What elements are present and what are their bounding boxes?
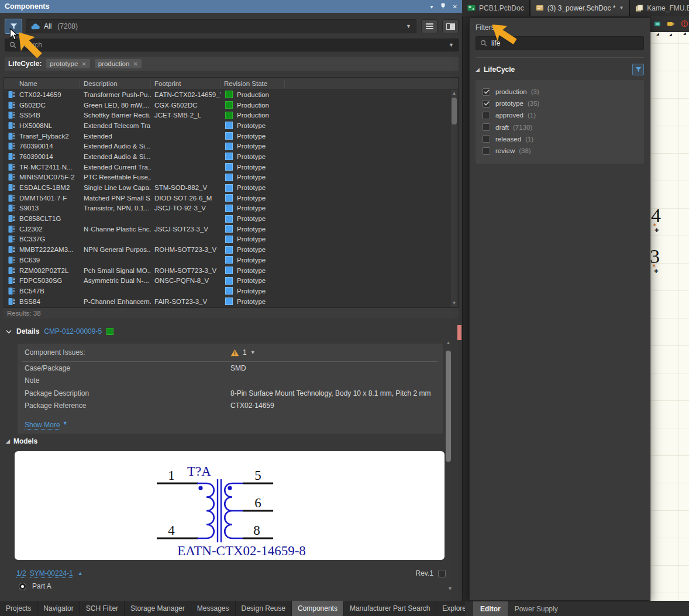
component-item-id-link[interactable]: CMP-012-00009-5 <box>44 327 102 335</box>
details-section-title[interactable]: Details <box>16 327 39 335</box>
checkbox-icon[interactable] <box>483 112 490 119</box>
revision-state-badge <box>225 267 233 274</box>
remove-chip-icon[interactable]: ✕ <box>81 61 86 67</box>
table-row[interactable]: ESDALC5-1BM2Single Line Low Capa...STM-S… <box>4 182 451 193</box>
remove-chip-icon[interactable]: ✕ <box>133 61 137 67</box>
panel-tab-sch-filter[interactable]: SCH Filter <box>80 601 125 616</box>
table-row[interactable]: RZM002P02T2LPch Small Signal MO...ROHM-S… <box>4 265 451 276</box>
editor-tab-power-supply[interactable]: Power Supply <box>508 601 565 616</box>
table-row[interactable]: BC639Prototype <box>4 255 451 265</box>
panel-tab-manufacturer-part-search[interactable]: Manufacturer Part Search <box>344 601 436 616</box>
table-row[interactable]: G502DCGreen LED, 80 mW,...CGX-G502DCProd… <box>4 100 451 110</box>
table-row[interactable]: S9013Transistor, NPN, 0.1...JSCJ-TO-92-3… <box>4 203 451 214</box>
filter-toggle-button[interactable] <box>5 19 22 34</box>
table-row[interactable]: Prototype <box>4 306 451 307</box>
panel-pin-icon[interactable] <box>440 3 446 10</box>
editor-tab-editor[interactable]: Editor <box>473 601 508 616</box>
lifecycle-filter-button[interactable] <box>632 64 644 75</box>
column-header-footprint[interactable]: Footprint <box>151 80 221 88</box>
checkbox-icon[interactable] <box>483 135 490 143</box>
panel-close-icon[interactable]: ✕ <box>453 4 457 10</box>
symbol-preview-card[interactable]: T?A 1 4 5 6 <box>15 451 445 560</box>
column-header-revision-state[interactable]: Revision State <box>221 80 285 88</box>
table-row[interactable]: BC337GPrototype <box>4 234 451 245</box>
revision-state-badge <box>225 101 233 109</box>
details-scroll-down-icon[interactable]: ▼ <box>447 586 453 591</box>
table-row[interactable]: TR-MCT2411-N...Extended Current Tra...Pr… <box>4 162 451 172</box>
filter-option[interactable]: review(38) <box>476 145 644 157</box>
symbol-name-link[interactable]: SYM-00224-1 <box>30 569 73 578</box>
category-dropdown[interactable]: All (7208) ▼ <box>26 19 416 33</box>
panel-tab-design-reuse[interactable]: Design Reuse <box>236 601 292 616</box>
column-header-description[interactable]: Description <box>80 80 151 88</box>
pcb-doc-icon <box>467 5 476 11</box>
details-scrollbar-thumb[interactable] <box>446 351 451 462</box>
scrollbar-thumb[interactable] <box>452 98 457 124</box>
table-row[interactable]: CTX02-14659Transformer Push-Pu...EATN-CT… <box>4 89 451 100</box>
components-search-input[interactable]: Search ▼ <box>5 39 459 51</box>
table-row[interactable]: MMBT2222AM3...NPN General Purpos...ROHM-… <box>4 244 451 255</box>
panel-tab-messages[interactable]: Messages <box>191 601 236 616</box>
lifecycle-state-badge <box>106 328 113 335</box>
panel-tab-projects[interactable]: Projects <box>0 601 37 616</box>
lifecycle-collapse-icon[interactable]: ◢ <box>476 67 480 72</box>
split-view-button[interactable] <box>442 19 459 33</box>
panel-tab-components[interactable]: Components <box>292 601 344 616</box>
filters-search-input[interactable]: life <box>476 36 644 50</box>
show-more-link[interactable]: Show More <box>25 421 60 430</box>
filter-option[interactable]: approved(1) <box>476 109 644 121</box>
filter-option-count: (1) <box>528 112 536 119</box>
table-row[interactable]: 760390014Extended Audio & Si...Prototype <box>4 141 451 151</box>
lifecycle-chip[interactable]: prototype✕ <box>46 59 89 68</box>
filter-option[interactable]: released(1) <box>476 133 644 145</box>
panel-tab-navigator[interactable]: Navigator <box>37 601 80 616</box>
table-row[interactable]: MINISMDC075F-2PTC Resettable Fuse,...Pro… <box>4 172 451 183</box>
checkbox-icon[interactable] <box>483 147 490 155</box>
lifecycle-chip[interactable]: production✕ <box>95 59 142 68</box>
details-collapse-chevron-icon[interactable] <box>6 330 12 334</box>
pager-collapse-icon[interactable]: ▲ <box>78 570 83 576</box>
filter-option[interactable]: production(3) <box>476 86 644 98</box>
table-row[interactable]: DMMT5401-7-FMatched PNP Small S...DIOD-S… <box>4 193 451 203</box>
table-row[interactable]: 760390014Extended Audio & Si...Prototype <box>4 151 451 162</box>
filter-option[interactable]: draft(7130) <box>476 122 644 133</box>
list-view-button[interactable] <box>421 19 437 33</box>
table-scrollbar[interactable]: ▲ ▼ <box>451 90 457 307</box>
table-row[interactable]: BC547BPrototype <box>4 286 451 296</box>
component-issues-value[interactable]: 1 ▼ <box>230 348 256 357</box>
panel-menu-chevron-icon[interactable]: ▾ <box>430 4 433 10</box>
column-header-name[interactable]: Name <box>16 80 80 88</box>
no-erc-tool-icon[interactable]: ◢ <box>681 20 688 27</box>
table-row[interactable]: BSS84P-Channel Enhancem...FAIR-SOT23-3_V… <box>4 296 451 307</box>
tab-chevron-down-icon[interactable]: ▼ <box>619 5 623 11</box>
document-tab--3-3-power-schdoc-[interactable]: (3) 3_power.SchDoc *▼ <box>530 0 631 16</box>
document-tab-label: (3) 3_power.SchDoc * <box>547 4 616 12</box>
table-row[interactable]: FDPC5030SGAsymmetric Dual N-...ONSC-PQFN… <box>4 275 451 286</box>
component-icon <box>4 225 16 233</box>
symbol-page-link[interactable]: 1/2 <box>16 569 26 578</box>
cable-label-tool-icon[interactable]: ◢ <box>667 21 675 27</box>
revision-checkbox[interactable] <box>438 570 446 577</box>
checkbox-checked-icon[interactable] <box>483 88 490 96</box>
details-scroll-up-icon[interactable]: ▲ <box>446 340 451 346</box>
search-history-chevron-icon[interactable]: ▼ <box>449 42 454 48</box>
schematic-sheet[interactable]: 4 ✶ ✚ 3 ✶ ✚ <box>650 16 689 601</box>
models-collapse-icon[interactable]: ◢ <box>6 438 10 444</box>
detail-field-value: CTX02-14659 <box>230 402 274 410</box>
scroll-up-icon[interactable]: ▲ <box>451 91 457 96</box>
checkbox-checked-icon[interactable] <box>483 100 490 108</box>
filter-option[interactable]: prototype(35) <box>476 98 644 109</box>
table-row[interactable]: BC858CLT1GPrototype <box>4 213 451 224</box>
table-row[interactable]: SS54BSchottky Barrier Recti...JCET-SMB-2… <box>4 110 451 120</box>
table-row[interactable]: Transf_Flyback2ExtendedPrototype <box>4 131 451 141</box>
panel-tab-storage-manager[interactable]: Storage Manager <box>125 601 191 616</box>
checkbox-icon[interactable] <box>483 123 490 131</box>
document-tab-pcb1-pcbdoc[interactable]: PCB1.PcbDoc <box>462 0 530 16</box>
table-row[interactable]: HX5008NLExtended Telecom Tra...Prototype <box>4 120 451 131</box>
net-color-tool-icon[interactable]: ◢ <box>654 20 661 27</box>
part-a-radio[interactable] <box>19 583 26 590</box>
document-tab-kame-fmu-bomdoc-[interactable]: Kame_FMU.BomDoc * <box>630 0 689 16</box>
details-scrollbar[interactable]: ▲ <box>446 345 451 590</box>
table-row[interactable]: CJ2302N-Channe Plastic Enc...JSCJ-SOT23-… <box>4 224 451 234</box>
scroll-down-icon[interactable]: ▼ <box>451 300 457 306</box>
